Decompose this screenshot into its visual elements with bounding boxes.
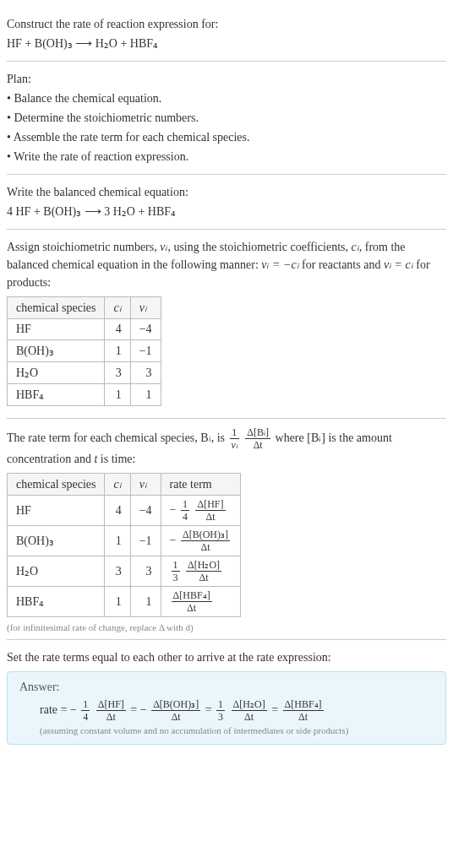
plan-item: • Assemble the rate term for each chemic…: [7, 128, 446, 146]
frac-num: 1: [181, 499, 189, 511]
fraction: Δ[H₂O]Δt: [186, 560, 221, 583]
frac-den: 4: [81, 711, 90, 722]
table-header-row: chemical species cᵢ νᵢ rate term: [8, 474, 241, 496]
fraction: Δ[HF]Δt: [96, 699, 126, 722]
frac-den: Δt: [172, 602, 212, 613]
cell-ci: 3: [105, 556, 130, 587]
frac-num: Δ[H₂O]: [186, 560, 221, 572]
c-i: cᵢ: [352, 241, 359, 253]
frac-den: 3: [216, 711, 225, 722]
col-rateterm: rate term: [161, 474, 240, 496]
equals: =: [205, 703, 215, 716]
table-row: H₂O 3 3 13 Δ[H₂O]Δt: [8, 556, 241, 587]
balanced-section: Write the balanced chemical equation: 4 …: [7, 175, 446, 230]
cell-rateterm: − 14 Δ[HF]Δt: [161, 496, 240, 526]
frac-num: Δ[B(OH)₃]: [151, 699, 200, 711]
fraction: 14: [181, 499, 189, 522]
answer-label: Answer:: [19, 681, 434, 694]
frac-den: 3: [172, 572, 180, 583]
col-species: chemical species: [8, 297, 105, 319]
intro-equation: HF + B(OH)₃ ⟶ H₂O + HBF₄: [7, 35, 446, 52]
frac-num: 1: [81, 699, 90, 711]
answer-note: (assuming constant volume and no accumul…: [40, 725, 434, 735]
cell-ci: 4: [105, 496, 130, 526]
table-row: HF 4 −4: [8, 319, 161, 340]
frac-den: Δt: [186, 572, 221, 583]
rateterm-section: The rate term for each chemical species,…: [7, 419, 446, 640]
frac-den: Δt: [151, 711, 200, 722]
frac-num: Δ[HF]: [96, 699, 126, 711]
cell-nui: −4: [130, 319, 161, 340]
fraction: Δ[HF]Δt: [195, 499, 225, 522]
relation: νᵢ = cᵢ: [384, 258, 413, 271]
rate-expression: rate = − 14 Δ[HF]Δt = − Δ[B(OH)₃]Δt = 13…: [40, 699, 434, 722]
cell-rateterm: Δ[HBF₄]Δt: [161, 587, 240, 617]
col-ci: cᵢ: [105, 297, 130, 319]
prefix: −: [170, 503, 179, 516]
rateterm-footnote: (for infinitesimal rate of change, repla…: [7, 622, 446, 632]
cell-rateterm: − Δ[B(OH)₃]Δt: [161, 526, 240, 556]
col-ci: cᵢ: [105, 474, 130, 496]
table-row: HBF₄ 1 1 Δ[HBF₄]Δt: [8, 587, 241, 617]
plan-item: • Write the rate of reaction expression.: [7, 148, 446, 165]
balanced-heading: Write the balanced chemical equation:: [7, 183, 446, 201]
table-header-row: chemical species cᵢ νᵢ: [8, 297, 161, 319]
frac-den: Δt: [232, 711, 267, 722]
stoich-table: chemical species cᵢ νᵢ HF 4 −4 B(OH)₃ 1 …: [7, 296, 161, 406]
rateterm-lead: The rate term for each chemical species,…: [7, 427, 446, 468]
plan-section: Plan: • Balance the chemical equation. •…: [7, 62, 446, 175]
text-fragment: for reactants and: [299, 258, 384, 271]
equals: = −: [130, 703, 150, 716]
fraction: Δ[B(OH)₃]Δt: [151, 699, 200, 722]
cell-species: HF: [8, 496, 105, 526]
cell-species: B(OH)₃: [8, 526, 105, 556]
plan-heading: Plan:: [7, 70, 446, 88]
cell-species: H₂O: [8, 556, 105, 587]
frac-num: 1: [230, 427, 239, 439]
rateterm-table: chemical species cᵢ νᵢ rate term HF 4 −4…: [7, 473, 241, 617]
col-species: chemical species: [8, 474, 105, 496]
balanced-equation: 4 HF + B(OH)₃ ⟶ 3 H₂O + HBF₄: [7, 203, 446, 220]
cell-nui: 1: [130, 384, 161, 406]
ci-header: cᵢ: [113, 478, 121, 491]
col-nui: νᵢ: [130, 474, 161, 496]
cell-ci: 1: [105, 384, 130, 406]
cell-species: HBF₄: [8, 587, 105, 617]
plan-item: • Balance the chemical equation.: [7, 90, 446, 107]
fraction: Δ[H₂O]Δt: [232, 699, 267, 722]
text-fragment: Assign stoichiometric numbers,: [7, 241, 160, 253]
cell-rateterm: 13 Δ[H₂O]Δt: [161, 556, 240, 587]
intro-title: Construct the rate of reaction expressio…: [7, 15, 446, 33]
cell-ci: 1: [105, 526, 130, 556]
fraction: 13: [172, 560, 180, 583]
frac-den: Δt: [96, 711, 126, 722]
cell-ci: 4: [105, 319, 130, 340]
stoich-section: Assign stoichiometric numbers, νᵢ, using…: [7, 230, 446, 419]
col-nui: νᵢ: [130, 297, 161, 319]
cell-ci: 1: [105, 587, 130, 617]
fraction: Δ[HBF₄]Δt: [283, 699, 324, 722]
equals: =: [271, 703, 281, 716]
fraction: Δ[B(OH)₃]Δt: [181, 529, 230, 552]
table-row: B(OH)₃ 1 −1: [8, 340, 161, 362]
cell-species: B(OH)₃: [8, 340, 105, 362]
frac-den: Δt: [181, 541, 230, 552]
intro-section: Construct the rate of reaction expressio…: [7, 7, 446, 62]
nui-header: νᵢ: [139, 478, 147, 491]
stoich-text: Assign stoichiometric numbers, νᵢ, using…: [7, 238, 446, 291]
fraction: 1 νᵢ: [230, 427, 239, 450]
prefix: −: [170, 534, 179, 546]
table-row: HF 4 −4 − 14 Δ[HF]Δt: [8, 496, 241, 526]
frac-num: Δ[HBF₄]: [172, 590, 212, 602]
frac-num: Δ[HBF₄]: [283, 699, 324, 711]
frac-num: 1: [172, 560, 180, 572]
answer-box: Answer: rate = − 14 Δ[HF]Δt = − Δ[B(OH)₃…: [7, 671, 446, 745]
fraction: Δ[HBF₄]Δt: [172, 590, 212, 613]
frac-num: Δ[Bᵢ]: [245, 427, 270, 439]
relation: νᵢ = −cᵢ: [261, 258, 298, 271]
cell-nui: 3: [130, 556, 161, 587]
frac-den: νᵢ: [230, 439, 239, 450]
fraction: 13: [216, 699, 225, 722]
cell-species: HF: [8, 319, 105, 340]
cell-nui: 3: [130, 362, 161, 384]
